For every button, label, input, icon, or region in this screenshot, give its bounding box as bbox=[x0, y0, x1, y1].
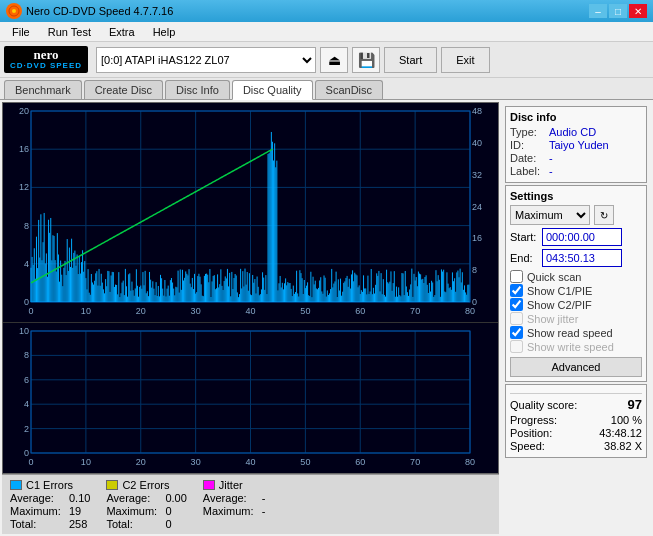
c2-color-swatch bbox=[106, 480, 118, 490]
maximize-button[interactable]: □ bbox=[609, 4, 627, 18]
disc-label-label: Label: bbox=[510, 165, 545, 177]
quality-score-section: Quality score: 97 Progress: 100 % Positi… bbox=[505, 384, 647, 458]
menu-run-test[interactable]: Run Test bbox=[40, 24, 99, 40]
show-jitter-checkbox[interactable] bbox=[510, 312, 523, 325]
disc-label-row: Label: - bbox=[510, 165, 642, 177]
menu-help[interactable]: Help bbox=[145, 24, 184, 40]
window-controls: – □ ✕ bbox=[589, 4, 647, 18]
c1-max-value: 19 bbox=[69, 505, 81, 517]
jitter-legend: Jitter Average: - Maximum: - bbox=[203, 479, 266, 530]
disc-id-row: ID: Taiyo Yuden bbox=[510, 139, 642, 151]
c1-legend-title: C1 Errors bbox=[10, 479, 90, 491]
c2-total-label: Total: bbox=[106, 518, 161, 530]
bottom-chart bbox=[3, 322, 498, 473]
progress-label: Progress: bbox=[510, 414, 557, 426]
speed-selector[interactable]: Maximum bbox=[510, 205, 590, 225]
show-c1-row: Show C1/PIE bbox=[510, 284, 642, 297]
c2-legend-title: C2 Errors bbox=[106, 479, 186, 491]
title-bar: Nero CD-DVD Speed 4.7.7.16 – □ ✕ bbox=[0, 0, 653, 22]
app-icon bbox=[6, 3, 22, 19]
show-jitter-label: Show jitter bbox=[527, 313, 578, 325]
menu-bar: File Run Test Extra Help bbox=[0, 22, 653, 42]
c1-avg-label: Average: bbox=[10, 492, 65, 504]
c2-avg-label: Average: bbox=[106, 492, 161, 504]
tab-create-disc[interactable]: Create Disc bbox=[84, 80, 163, 99]
top-chart bbox=[3, 103, 498, 322]
close-button[interactable]: ✕ bbox=[629, 4, 647, 18]
start-label: Start: bbox=[510, 231, 538, 243]
jitter-max-value: - bbox=[262, 505, 266, 517]
top-chart-canvas bbox=[3, 103, 498, 322]
position-row: Position: 43:48.12 bbox=[510, 427, 642, 439]
c1-legend: C1 Errors Average: 0.10 Maximum: 19 Tota… bbox=[10, 479, 90, 530]
disc-type-label: Type: bbox=[510, 126, 545, 138]
c1-title-label: C1 Errors bbox=[26, 479, 73, 491]
speed-value: 38.82 X bbox=[604, 440, 642, 452]
save-button[interactable]: 💾 bbox=[352, 47, 380, 73]
show-write-speed-checkbox[interactable] bbox=[510, 340, 523, 353]
c2-legend: C2 Errors Average: 0.00 Maximum: 0 Total… bbox=[106, 479, 186, 530]
show-read-speed-label: Show read speed bbox=[527, 327, 613, 339]
show-c2-checkbox[interactable] bbox=[510, 298, 523, 311]
position-value: 43:48.12 bbox=[599, 427, 642, 439]
advanced-button[interactable]: Advanced bbox=[510, 357, 642, 377]
c1-total-row: Total: 258 bbox=[10, 518, 90, 530]
jitter-title-label: Jitter bbox=[219, 479, 243, 491]
c1-average-row: Average: 0.10 bbox=[10, 492, 90, 504]
c1-maximum-row: Maximum: 19 bbox=[10, 505, 90, 517]
show-write-speed-row: Show write speed bbox=[510, 340, 642, 353]
menu-file[interactable]: File bbox=[4, 24, 38, 40]
progress-section: Progress: 100 % Position: 43:48.12 Speed… bbox=[510, 414, 642, 452]
jitter-average-row: Average: - bbox=[203, 492, 266, 504]
end-input[interactable] bbox=[542, 249, 622, 267]
settings-section: Settings Maximum ↻ Start: End: bbox=[505, 185, 647, 382]
disc-info-title: Disc info bbox=[510, 111, 642, 123]
toolbar: nero CD·DVD SPEED [0:0] ATAPI iHAS122 ZL… bbox=[0, 42, 653, 78]
disc-label-value: - bbox=[549, 165, 553, 177]
position-label: Position: bbox=[510, 427, 552, 439]
show-c2-label: Show C2/PIF bbox=[527, 299, 592, 311]
c2-avg-value: 0.00 bbox=[165, 492, 186, 504]
tab-disc-quality[interactable]: Disc Quality bbox=[232, 80, 313, 100]
c2-maximum-row: Maximum: 0 bbox=[106, 505, 186, 517]
bottom-chart-canvas bbox=[3, 323, 498, 473]
jitter-maximum-row: Maximum: - bbox=[203, 505, 266, 517]
disc-type-row: Type: Audio CD bbox=[510, 126, 642, 138]
c2-total-row: Total: 0 bbox=[106, 518, 186, 530]
title-bar-text: Nero CD-DVD Speed 4.7.7.16 bbox=[26, 5, 173, 17]
quick-scan-checkbox[interactable] bbox=[510, 270, 523, 283]
tabs-and-main: Benchmark Create Disc Disc Info Disc Qua… bbox=[0, 78, 653, 536]
c2-average-row: Average: 0.00 bbox=[106, 492, 186, 504]
drive-selector[interactable]: [0:0] ATAPI iHAS122 ZL07 bbox=[96, 47, 316, 73]
progress-row: Progress: 100 % bbox=[510, 414, 642, 426]
show-c2-row: Show C2/PIF bbox=[510, 298, 642, 311]
show-write-speed-label: Show write speed bbox=[527, 341, 614, 353]
settings-title: Settings bbox=[510, 190, 642, 202]
jitter-color-swatch bbox=[203, 480, 215, 490]
disc-type-value: Audio CD bbox=[549, 126, 596, 138]
disc-date-value: - bbox=[549, 152, 553, 164]
exit-button[interactable]: Exit bbox=[441, 47, 489, 73]
tab-scan-disc[interactable]: ScanDisc bbox=[315, 80, 383, 99]
menu-extra[interactable]: Extra bbox=[101, 24, 143, 40]
progress-value: 100 % bbox=[611, 414, 642, 426]
minimize-button[interactable]: – bbox=[589, 4, 607, 18]
c2-total-value: 0 bbox=[165, 518, 171, 530]
end-label: End: bbox=[510, 252, 538, 264]
c1-color-swatch bbox=[10, 480, 22, 490]
show-c1-checkbox[interactable] bbox=[510, 284, 523, 297]
start-button[interactable]: Start bbox=[384, 47, 437, 73]
start-row: Start: bbox=[510, 228, 642, 246]
show-read-speed-checkbox[interactable] bbox=[510, 326, 523, 339]
tab-benchmark[interactable]: Benchmark bbox=[4, 80, 82, 99]
start-input[interactable] bbox=[542, 228, 622, 246]
refresh-button[interactable]: ↻ bbox=[594, 205, 614, 225]
main-content: C1 Errors Average: 0.10 Maximum: 19 Tota… bbox=[0, 100, 653, 536]
jitter-avg-label: Average: bbox=[203, 492, 258, 504]
quality-score-row: Quality score: 97 bbox=[510, 393, 642, 412]
show-c1-label: Show C1/PIE bbox=[527, 285, 592, 297]
tab-disc-info[interactable]: Disc Info bbox=[165, 80, 230, 99]
charts-and-legend: C1 Errors Average: 0.10 Maximum: 19 Tota… bbox=[2, 102, 499, 534]
eject-button[interactable]: ⏏ bbox=[320, 47, 348, 73]
speed-row: Maximum ↻ bbox=[510, 205, 642, 225]
